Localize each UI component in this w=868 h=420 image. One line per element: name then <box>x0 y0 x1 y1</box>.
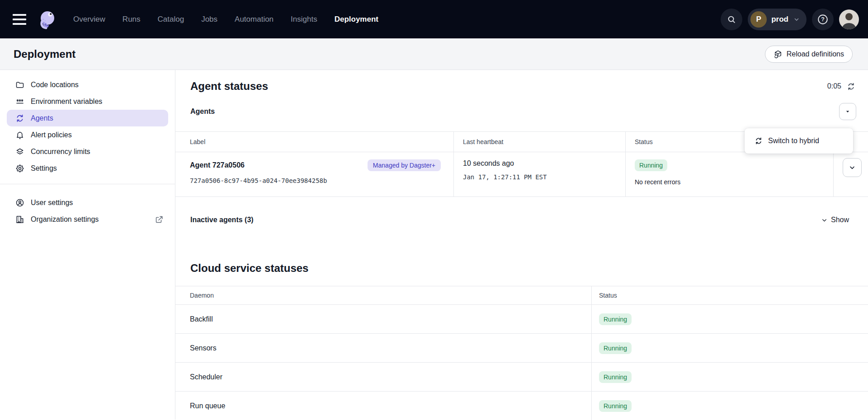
main-content: Agent statuses 0:05 Agents <box>175 70 868 420</box>
agent-sync-icon <box>15 114 24 123</box>
deployment-sidebar: Code locations Environment variables A <box>0 70 175 420</box>
show-label: Show <box>831 216 849 224</box>
user-avatar[interactable] <box>839 9 859 29</box>
chevron-down-icon <box>793 16 800 23</box>
nav-overview[interactable]: Overview <box>73 15 105 24</box>
sidebar-item-label: Environment variables <box>31 98 102 106</box>
nav-jobs[interactable]: Jobs <box>201 15 217 24</box>
column-header-heartbeat: Last heartbeat <box>454 132 626 152</box>
help-button[interactable]: ? <box>812 9 834 30</box>
user-icon <box>15 198 24 207</box>
sidebar-item-environment-variables[interactable]: Environment variables <box>0 93 175 110</box>
show-inactive-agents-link[interactable]: Show <box>821 216 849 224</box>
sidebar-item-label: Settings <box>31 164 57 173</box>
sidebar-item-organization-settings[interactable]: Organization settings <box>0 211 175 228</box>
agent-row-expand-button[interactable] <box>843 158 862 177</box>
menu-item-label: Switch to hybrid <box>768 137 819 145</box>
inactive-agents-label: Inactive agents (3) <box>190 216 254 224</box>
reload-definitions-button[interactable]: Reload definitions <box>765 46 853 63</box>
building-icon <box>15 215 24 224</box>
table-row: Scheduler Running <box>175 363 868 392</box>
chevron-down-icon <box>821 217 828 224</box>
sidebar-item-alert-policies[interactable]: Alert policies <box>0 126 175 143</box>
primary-nav: Overview Runs Catalog Jobs Automation In… <box>73 15 378 24</box>
menu-item-switch-to-hybrid[interactable]: Switch to hybrid <box>745 133 853 149</box>
table-row: Run queue Running <box>175 392 868 420</box>
managed-badge: Managed by Dagster+ <box>368 159 441 171</box>
daemon-status-badge: Running <box>599 400 632 412</box>
column-header-label: Label <box>175 132 454 152</box>
sidebar-item-concurrency-limits[interactable]: Concurrency limits <box>0 143 175 160</box>
heartbeat-relative: 10 seconds ago <box>463 159 616 168</box>
help-icon: ? <box>817 14 829 25</box>
agent-sync-icon <box>755 137 763 145</box>
agents-actions-dropdown-button[interactable] <box>839 103 856 120</box>
agent-row: Agent 727a0506 Managed by Dagster+ 727a0… <box>175 152 868 197</box>
asterisks-icon <box>15 97 24 106</box>
external-link-icon <box>155 215 163 224</box>
caret-down-icon <box>844 108 851 115</box>
sidebar-item-label: Code locations <box>31 81 79 89</box>
hamburger-menu-icon[interactable] <box>13 14 26 25</box>
dagster-logo[interactable] <box>36 9 58 30</box>
reload-definitions-label: Reload definitions <box>787 50 844 58</box>
search-button[interactable] <box>721 9 742 30</box>
search-icon <box>726 14 736 24</box>
sidebar-item-label: Agents <box>31 114 53 122</box>
sidebar-item-label: Organization settings <box>31 215 99 224</box>
folder-icon <box>15 80 24 89</box>
daemon-status-badge: Running <box>599 313 632 325</box>
agents-actions-menu: Switch to hybrid <box>745 128 853 154</box>
top-nav: Overview Runs Catalog Jobs Automation In… <box>0 0 868 38</box>
daemon-status-badge: Running <box>599 371 632 383</box>
nav-deployment[interactable]: Deployment <box>335 15 378 24</box>
daemon-name: Scheduler <box>175 363 592 391</box>
gear-icon <box>15 164 24 173</box>
sidebar-item-label: Alert policies <box>31 131 72 139</box>
agent-status-badge: Running <box>635 159 667 171</box>
sidebar-item-settings[interactable]: Settings <box>0 160 175 177</box>
chevron-down-icon <box>849 164 856 171</box>
sidebar-item-code-locations[interactable]: Code locations <box>0 76 175 93</box>
sidebar-item-agents[interactable]: Agents <box>7 110 168 126</box>
svg-text:?: ? <box>821 16 825 23</box>
nav-insights[interactable]: Insights <box>291 15 317 24</box>
top-nav-right: P prod ? <box>721 9 859 30</box>
refresh-icon[interactable] <box>847 82 855 91</box>
agents-section-label: Agents <box>190 107 215 116</box>
daemon-name: Run queue <box>175 392 592 420</box>
sidebar-item-user-settings[interactable]: User settings <box>0 194 175 211</box>
nav-catalog[interactable]: Catalog <box>158 15 184 24</box>
agent-id: 727a0506-8c97-4b95-a024-70ee3984258b <box>190 177 444 184</box>
refresh-countdown: 0:05 <box>827 82 841 90</box>
nav-automation[interactable]: Automation <box>235 15 274 24</box>
layers-icon <box>15 147 24 156</box>
column-header-daemon: Daemon <box>175 286 592 304</box>
deployment-avatar: P <box>750 11 767 28</box>
daemon-status-badge: Running <box>599 342 632 354</box>
agent-name: Agent 727a0506 <box>190 161 245 169</box>
cloud-services-table: Daemon Status Backfill Running Sensors R… <box>175 286 868 420</box>
table-row: Sensors Running <box>175 334 868 363</box>
column-header-status: Status <box>592 286 868 304</box>
reload-package-icon <box>774 50 783 59</box>
agent-statuses-title: Agent statuses <box>190 79 268 93</box>
agent-errors-text: No recent errors <box>635 178 824 186</box>
bell-icon <box>15 131 24 140</box>
table-row: Backfill Running <box>175 305 868 334</box>
sidebar-divider <box>0 184 175 184</box>
cloud-service-statuses-title: Cloud service statuses <box>190 262 868 275</box>
sidebar-item-label: Concurrency limits <box>31 148 90 156</box>
heartbeat-timestamp: Jan 17, 1:27:11 PM EST <box>463 173 616 181</box>
daemon-name: Sensors <box>175 334 592 362</box>
nav-runs[interactable]: Runs <box>123 15 141 24</box>
sidebar-item-label: User settings <box>31 199 73 207</box>
cloud-table-header: Daemon Status <box>175 286 868 305</box>
page-header: Deployment Reload definitions <box>0 38 868 70</box>
page-title: Deployment <box>14 48 75 61</box>
deployment-switcher[interactable]: P prod <box>748 9 807 30</box>
deployment-name: prod <box>771 15 788 24</box>
daemon-name: Backfill <box>175 305 592 333</box>
